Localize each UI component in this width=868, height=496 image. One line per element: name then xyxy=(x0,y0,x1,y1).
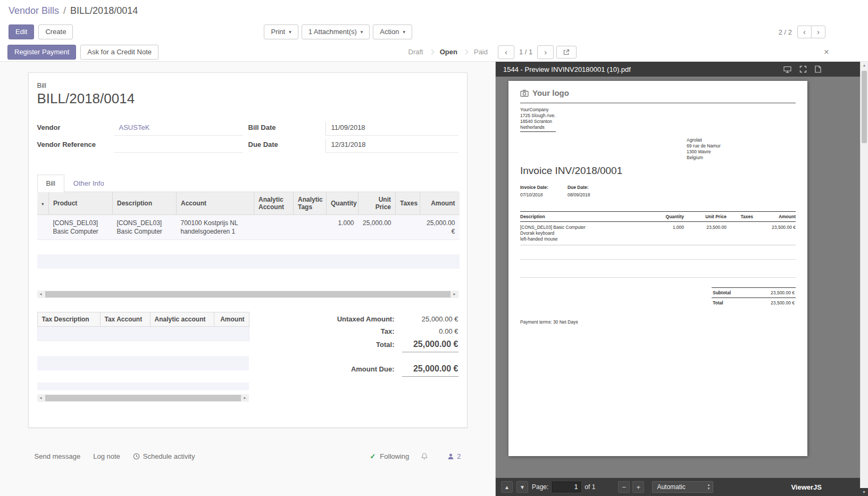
pdf-viewer-canvas: Your logo YourCompany 1725 Slough Ave. 1… xyxy=(496,77,868,478)
column-header-unit-price[interactable]: Unit Price xyxy=(358,192,396,215)
scroll-down-arrow-icon[interactable]: ▼ xyxy=(860,488,868,496)
preview-previous-button[interactable]: ‹ xyxy=(498,45,514,59)
preview-popout-button[interactable] xyxy=(556,46,577,59)
print-button[interactable]: Print ▾ xyxy=(264,24,298,39)
presentation-icon[interactable] xyxy=(783,66,791,73)
notification-bell-button[interactable] xyxy=(421,452,428,460)
customer-name: Agrolait xyxy=(687,137,721,143)
pager-value[interactable]: 2 / 2 xyxy=(779,28,792,36)
column-header-tax-description: Tax Description xyxy=(37,312,100,326)
attachments-button[interactable]: 1 Attachment(s) ▾ xyxy=(302,24,370,39)
viewerjs-brand-link[interactable]: ViewerJS xyxy=(791,483,822,491)
vendor-field: Vendor ASUSTeK xyxy=(37,122,243,136)
main-area: Bill BILL/2018/0014 Vendor ASUSTeK Vendo… xyxy=(0,62,868,496)
tax-value: 0.00 € xyxy=(402,327,458,335)
pager-next-button[interactable]: › xyxy=(811,26,825,38)
report-total-row: Total 23,500.00 € xyxy=(712,297,796,308)
zoom-out-button[interactable]: − xyxy=(618,481,630,493)
scroll-down-button[interactable]: ▼ xyxy=(516,481,528,493)
optional-columns-toggle[interactable]: ▾ xyxy=(37,192,49,215)
scrollbar-thumb[interactable] xyxy=(862,71,867,143)
report-separator xyxy=(520,259,796,260)
tax-header-row: Tax Description Tax Account Analytic acc… xyxy=(37,312,249,326)
scroll-right-icon[interactable]: ▸ xyxy=(241,394,249,402)
report-separator xyxy=(520,277,796,278)
register-payment-button[interactable]: Register Payment xyxy=(7,45,76,60)
untaxed-amount-label: Untaxed Amount: xyxy=(337,315,395,323)
app-window: Vendor Bills / BILL/2018/0014 Edit Creat… xyxy=(0,0,868,496)
tax-horizontal-scrollbar[interactable]: ◂ ▸ xyxy=(37,394,249,402)
due-date-label: Due Date xyxy=(248,139,326,153)
log-note-button[interactable]: Log note xyxy=(93,452,120,460)
scroll-left-icon[interactable]: ◂ xyxy=(37,394,45,402)
field-group-left: Vendor ASUSTeK Vendor Reference xyxy=(37,122,248,156)
zoom-mode-value: Automatic xyxy=(657,483,685,491)
page-number-input[interactable] xyxy=(552,482,581,492)
report-col-amount: Amount xyxy=(753,212,796,222)
column-header-analytic-tags[interactable]: Analytic Tags xyxy=(294,192,327,215)
arrow-down-icon: ▼ xyxy=(520,484,525,490)
scrollbar-thumb[interactable] xyxy=(45,395,241,401)
column-header-amount[interactable]: Amount xyxy=(420,192,460,215)
chevron-right-icon: › xyxy=(544,48,547,56)
status-step[interactable]: Draft xyxy=(402,46,430,58)
column-header-account[interactable]: Account xyxy=(177,192,254,215)
zoom-in-button[interactable]: + xyxy=(632,481,644,493)
due-date-field: Due Date 12/31/2018 xyxy=(248,139,458,153)
empty-row xyxy=(37,370,249,383)
zoom-mode-select[interactable]: Automatic ▲ ▼ xyxy=(652,481,713,493)
vendor-label: Vendor xyxy=(37,122,114,136)
record-pager: 2 / 2 ‹ › xyxy=(495,26,868,38)
fullscreen-icon[interactable] xyxy=(799,65,807,73)
scrollbar-thumb[interactable] xyxy=(45,291,450,297)
invoice-title: Invoice INV/2018/0001 xyxy=(520,165,796,177)
scroll-up-button[interactable]: ▲ xyxy=(501,481,513,493)
scroll-right-icon[interactable]: ▸ xyxy=(451,291,458,298)
preview-next-button[interactable]: › xyxy=(537,45,554,59)
followers-button[interactable]: 2 xyxy=(447,452,461,460)
breadcrumb-parent-link[interactable]: Vendor Bills xyxy=(9,5,59,16)
ask-credit-note-button[interactable]: Ask for a Credit Note xyxy=(80,45,158,60)
sheet-bottom-section: Tax Description Tax Account Analytic acc… xyxy=(37,312,458,402)
lines-horizontal-scrollbar[interactable]: ◂ ▸ xyxy=(37,291,458,298)
report-subtotal-row: Subtotal 23,500.00 € xyxy=(712,287,796,297)
tax-row: Tax: 0.00 € xyxy=(319,325,458,337)
chevron-right-icon: › xyxy=(817,28,820,36)
create-button[interactable]: Create xyxy=(38,24,73,39)
scroll-left-icon[interactable]: ◂ xyxy=(37,291,45,298)
edit-button[interactable]: Edit xyxy=(9,24,34,39)
preview-close-button[interactable]: × xyxy=(821,46,832,59)
tab-bill[interactable]: Bill xyxy=(37,175,64,192)
schedule-activity-label: Schedule activity xyxy=(143,452,195,460)
chevron-left-icon: ‹ xyxy=(505,48,507,56)
cell-quantity: 1.000 xyxy=(327,215,358,240)
document-type-label: Bill xyxy=(37,81,458,89)
invoice-line-row[interactable]: [CONS_DEL03] Basic Computer [CONS_DEL03]… xyxy=(37,215,460,240)
document-download-icon[interactable] xyxy=(815,65,821,73)
status-bar: Register Payment Ask for a Credit Note D… xyxy=(0,43,868,62)
tab-other-info[interactable]: Other Info xyxy=(64,175,113,192)
company-name: YourCompany xyxy=(520,107,556,113)
status-step[interactable]: Open xyxy=(433,46,464,58)
status-pipeline: Draft Open Paid xyxy=(402,46,494,58)
pager-previous-button[interactable]: ‹ xyxy=(797,26,812,38)
report-cell-unit-price: 23,500.00 xyxy=(684,222,727,245)
empty-row xyxy=(37,326,249,341)
column-header-product[interactable]: Product xyxy=(49,192,113,215)
vendor-value-link[interactable]: ASUSTeK xyxy=(119,123,150,131)
scroll-up-arrow-icon[interactable]: ▲ xyxy=(861,62,868,69)
plus-icon: + xyxy=(637,483,641,491)
column-header-taxes[interactable]: Taxes xyxy=(396,192,420,215)
send-message-button[interactable]: Send message xyxy=(35,452,81,460)
payments-widget xyxy=(37,356,249,390)
preview-pager-value: 1 / 1 xyxy=(519,48,532,56)
status-step[interactable]: Paid xyxy=(468,46,494,58)
following-button[interactable]: ✓ Following xyxy=(370,452,409,460)
column-header-analytic-account[interactable]: Analytic Account xyxy=(254,192,294,215)
column-header-quantity[interactable]: Quantity xyxy=(327,192,358,215)
schedule-activity-button[interactable]: Schedule activity xyxy=(133,452,195,460)
action-button[interactable]: Action ▾ xyxy=(373,24,412,39)
report-col-quantity: Quantity xyxy=(651,212,684,222)
column-header-description[interactable]: Description xyxy=(113,192,177,215)
vertical-scrollbar[interactable]: ▲ ▼ xyxy=(860,62,868,496)
